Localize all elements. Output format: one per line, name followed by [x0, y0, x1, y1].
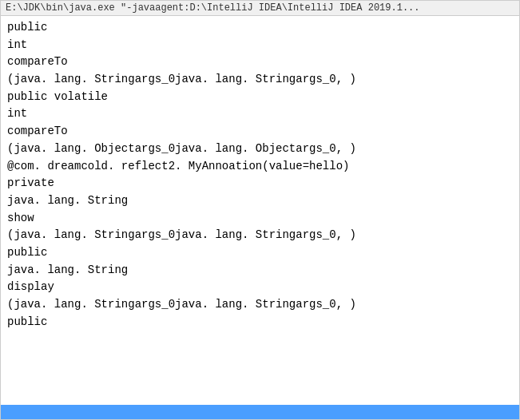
- code-line: display: [7, 279, 513, 296]
- code-line: public: [7, 314, 513, 331]
- code-line: public: [7, 19, 513, 37]
- terminal-content: publicintcompareTo(java. lang. Stringarg…: [1, 16, 519, 405]
- code-line: int: [7, 105, 513, 123]
- terminal-header: E:\JDK\bin\java.exe "-javaagent:D:\Intel…: [1, 1, 519, 16]
- code-line: private: [7, 175, 513, 192]
- code-line: int: [7, 37, 513, 54]
- code-line: public: [7, 244, 513, 262]
- code-line: public volatile: [7, 89, 513, 106]
- bottom-bar: [1, 405, 519, 419]
- code-line: (java. lang. Stringargs_0java. lang. Str…: [7, 296, 513, 314]
- code-line: compareTo: [7, 53, 513, 71]
- code-line: @com. dreamcold. reflect2. MyAnnoation(v…: [7, 158, 513, 176]
- terminal-window: E:\JDK\bin\java.exe "-javaagent:D:\Intel…: [0, 0, 520, 420]
- code-line: (java. lang. Objectargs_0java. lang. Obj…: [7, 141, 513, 158]
- code-line: show: [7, 210, 513, 228]
- code-line: java. lang. String: [7, 192, 513, 210]
- code-line: java. lang. String: [7, 262, 513, 279]
- code-line: (java. lang. Stringargs_0java. lang. Str…: [7, 227, 513, 244]
- code-line: (java. lang. Stringargs_0java. lang. Str…: [7, 71, 513, 89]
- code-line: compareTo: [7, 123, 513, 141]
